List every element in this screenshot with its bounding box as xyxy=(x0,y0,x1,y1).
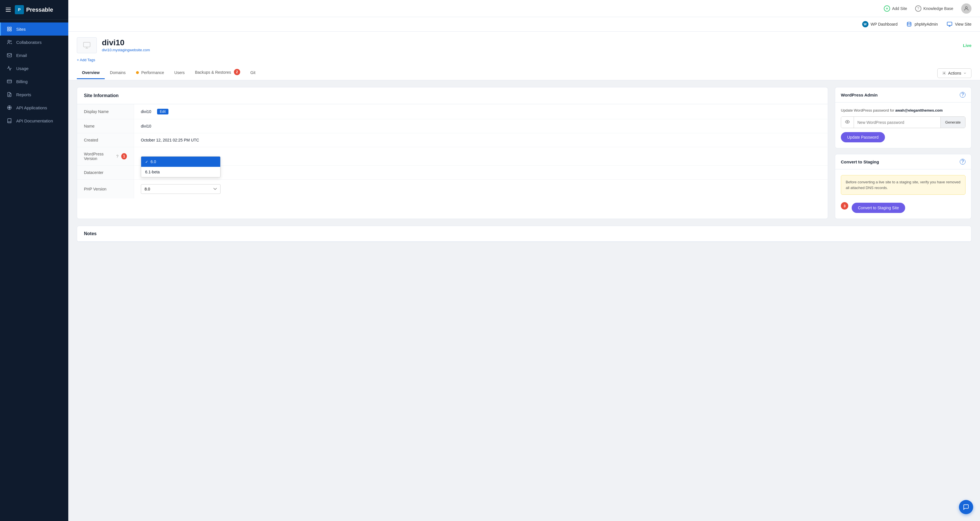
sidebar-header: P Pressable xyxy=(0,0,68,20)
actions-button[interactable]: Actions xyxy=(937,69,972,78)
info-value-datacenter: Los Angeles, CA, USA xyxy=(134,166,828,179)
convert-to-staging-button[interactable]: Convert to Staging Site xyxy=(852,203,905,213)
tab-overview[interactable]: Overview xyxy=(77,67,105,79)
info-table: Display Name divi10 Edit Name di xyxy=(77,104,828,198)
billing-icon xyxy=(6,78,12,84)
sidebar-item-billing[interactable]: Billing xyxy=(0,75,68,88)
wp-version-option-60[interactable]: ✓ 6.0 xyxy=(141,156,220,167)
wp-admin-help-icon[interactable]: ? xyxy=(960,92,966,98)
site-title-area: divi10 divi10.mystagingwebsite.com Live xyxy=(77,37,972,53)
monitor-icon xyxy=(947,21,953,27)
wp-admin-subtitle: Update WordPress password for awah@elega… xyxy=(841,108,966,112)
staging-warning-box: Before converting a live site to a stagi… xyxy=(841,175,966,195)
display-name-edit-button[interactable]: Edit xyxy=(157,109,169,115)
convert-to-staging-card: Convert to Staging ? Before converting a… xyxy=(835,154,972,219)
info-label-php-version: PHP Version xyxy=(77,180,134,198)
tab-backups-restores[interactable]: Backups & Restores 2 xyxy=(190,66,245,80)
sidebar-item-label: Usage xyxy=(16,66,29,71)
wp-version-help-icon[interactable]: ? xyxy=(116,154,118,159)
sidebar-item-email[interactable]: Email xyxy=(0,49,68,62)
sidebar-item-label: API Applications xyxy=(16,105,47,110)
api-documentation-icon xyxy=(6,118,12,124)
add-site-icon: + xyxy=(884,5,890,12)
sidebar-item-api-applications[interactable]: API Applications xyxy=(0,101,68,114)
svg-rect-6 xyxy=(7,54,12,57)
tab-git[interactable]: Git xyxy=(245,67,261,79)
sidebar-item-label: Billing xyxy=(16,79,28,84)
info-value-created: October 12, 2021 02:25 PM UTC xyxy=(134,133,828,147)
chat-button[interactable] xyxy=(959,500,973,514)
info-value-php-version: 7.4 8.0 8.1 xyxy=(134,180,828,198)
toggle-password-button[interactable] xyxy=(841,117,854,128)
site-information-title: Site Information xyxy=(77,88,828,104)
info-value-display-name: divi10 Edit xyxy=(134,104,828,119)
tab-domains[interactable]: Domains xyxy=(105,67,130,79)
usage-icon xyxy=(6,65,12,71)
phpmyadmin-button[interactable]: phpMyAdmin xyxy=(906,21,938,27)
add-site-button[interactable]: + Add Site xyxy=(884,5,907,12)
svg-rect-20 xyxy=(83,42,90,47)
sidebar-item-reports[interactable]: Reports xyxy=(0,88,68,101)
info-row-created: Created October 12, 2021 02:25 PM UTC xyxy=(77,133,828,147)
tab-users[interactable]: Users xyxy=(169,67,190,79)
convert-staging-help-icon[interactable]: ? xyxy=(960,159,966,164)
backups-badge: 2 xyxy=(234,69,240,75)
tab-performance[interactable]: Performance xyxy=(131,67,169,79)
sidebar-item-label: Reports xyxy=(16,92,31,97)
wp-admin-title: WordPress Admin xyxy=(841,92,878,97)
update-password-button[interactable]: Update Password xyxy=(841,132,885,142)
reports-icon xyxy=(6,92,12,97)
sidebar: P Pressable Sites Collaborators Email xyxy=(0,0,68,521)
info-label-created: Created xyxy=(77,133,134,147)
site-info-section: divi10 divi10.mystagingwebsite.com Live … xyxy=(68,32,980,80)
hamburger-menu[interactable] xyxy=(6,8,11,12)
svg-point-5 xyxy=(11,41,11,41)
wp-dashboard-button[interactable]: W WP Dashboard xyxy=(862,21,898,27)
svg-rect-2 xyxy=(10,30,11,31)
info-row-display-name: Display Name divi10 Edit xyxy=(77,104,828,119)
sidebar-item-usage[interactable]: Usage xyxy=(0,62,68,75)
site-url[interactable]: divi10.mystagingwebsite.com xyxy=(102,48,150,52)
collaborators-icon xyxy=(6,39,12,45)
wp-admin-card-body: Update WordPress password for awah@elega… xyxy=(835,102,971,148)
svg-rect-7 xyxy=(7,80,12,83)
live-badge: Live xyxy=(963,43,972,48)
wp-version-option-61-beta[interactable]: 6.1-beta xyxy=(141,167,220,177)
php-version-select[interactable]: 7.4 8.0 8.1 xyxy=(141,184,221,194)
site-name-group: divi10 divi10.mystagingwebsite.com xyxy=(102,38,150,53)
sidebar-item-label: Email xyxy=(16,53,27,58)
info-row-name: Name divi10 xyxy=(77,119,828,133)
view-site-button[interactable]: View Site xyxy=(947,21,972,27)
sidebar-item-api-documentation[interactable]: API Documentation xyxy=(0,114,68,127)
site-actions-bar: W WP Dashboard phpMyAdmin View Site xyxy=(68,17,980,32)
add-tags-button[interactable]: + Add Tags xyxy=(77,58,972,62)
sidebar-nav: Sites Collaborators Email Usage Billing xyxy=(0,20,68,521)
info-value-wp-version: ✓ 6.0 6.1-beta xyxy=(134,147,828,166)
generate-password-button[interactable]: Generate xyxy=(940,117,965,128)
checkmark-icon: ✓ xyxy=(145,160,148,164)
api-applications-icon xyxy=(6,105,12,110)
svg-point-23 xyxy=(943,73,945,74)
password-input[interactable] xyxy=(854,117,940,128)
knowledge-base-icon: ? xyxy=(915,5,921,12)
svg-rect-3 xyxy=(7,30,9,31)
logo-text: Pressable xyxy=(26,6,53,13)
convert-staging-header: Convert to Staging ? xyxy=(835,154,971,169)
info-label-name: Name xyxy=(77,119,134,133)
sidebar-item-label: Sites xyxy=(16,27,25,32)
info-label-datacenter: Datacenter xyxy=(77,166,134,179)
sidebar-item-sites[interactable]: Sites xyxy=(0,22,68,36)
svg-point-16 xyxy=(907,22,911,24)
user-avatar[interactable] xyxy=(961,3,972,14)
performance-dot xyxy=(136,71,139,74)
sidebar-item-collaborators[interactable]: Collaborators xyxy=(0,36,68,49)
info-row-wp-version: WordPress Version ? 1 ✓ 6.0 xyxy=(77,147,828,166)
wp-icon: W xyxy=(862,21,869,27)
notes-title: Notes xyxy=(77,226,971,242)
notes-section: Notes xyxy=(77,226,972,242)
sidebar-item-label: API Documentation xyxy=(16,118,53,123)
info-label-wp-version: WordPress Version ? 1 xyxy=(77,147,134,166)
svg-rect-1 xyxy=(10,27,11,29)
knowledge-base-button[interactable]: ? Knowledge Base xyxy=(915,5,953,12)
svg-point-15 xyxy=(966,6,967,8)
